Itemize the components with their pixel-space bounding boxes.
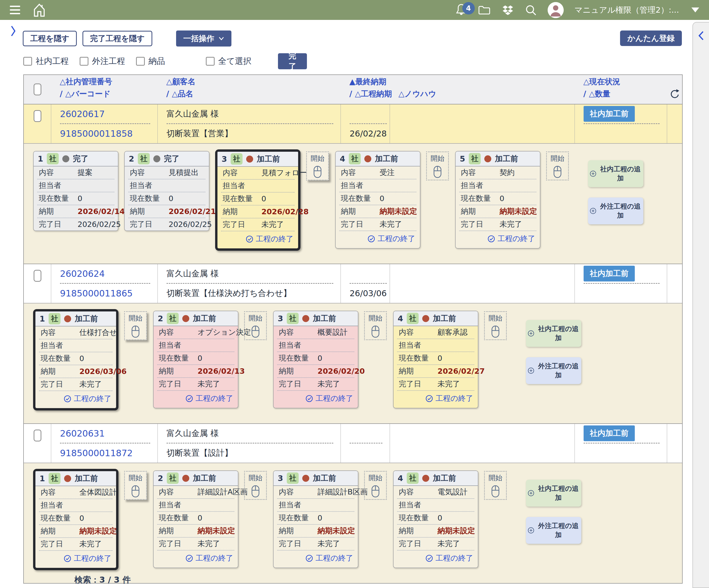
end-process-link[interactable]: 工程の終了 (185, 553, 233, 563)
sort-manage-no-0[interactable]: △社内管理番号 (60, 76, 157, 88)
start-button[interactable]: 開始 (124, 311, 147, 340)
card-field-value: 2026/03/06 (79, 367, 127, 376)
process-card[interactable]: 4社加工前内容電気設計担当者現在数量0納期納期未設定完了日未完了工程の終了 (393, 471, 478, 568)
home-icon[interactable] (32, 3, 46, 17)
sort-due-0[interactable]: ▲最終納期 (349, 76, 390, 88)
complete-button[interactable]: 完了 (278, 53, 307, 69)
row-checkbox[interactable] (34, 110, 42, 122)
caret-down-icon[interactable] (691, 7, 699, 12)
dropbox-icon[interactable] (502, 4, 514, 16)
start-button[interactable]: 開始 (546, 152, 569, 180)
menu-icon[interactable] (10, 6, 20, 14)
process-card[interactable]: 2社加工前内容オプション決定担当者現在数量0納期2026/02/13完了日未完了… (153, 311, 238, 408)
process-card[interactable]: 3社加工前内容見積フォロー担当者現在数量0納期2026/02/28完了日未完了工… (215, 150, 300, 251)
barcode-link[interactable]: 9185000011872 (60, 448, 133, 458)
card-footer: 工程の終了 (394, 551, 478, 568)
process-card[interactable]: 1社加工前内容仕様打合せ担当者現在数量0納期2026/03/06完了日未完了工程… (33, 309, 119, 410)
card-field-row: 現在数量0 (459, 192, 536, 205)
start-button[interactable]: 開始 (484, 471, 507, 500)
manage-no-link[interactable]: 26020617 (60, 109, 105, 119)
process-card[interactable]: 3社加工前内容概要設計担当者現在数量0納期2026/02/20完了日未完了工程の… (273, 311, 358, 408)
start-button[interactable]: 開始 (244, 471, 267, 500)
start-button[interactable]: 開始 (364, 311, 387, 340)
row-checkbox[interactable] (34, 430, 42, 442)
start-button[interactable]: 開始 (484, 311, 507, 340)
end-process-link[interactable]: 工程の終了 (305, 393, 353, 404)
card-status-label: 加工前 (313, 473, 336, 484)
collapse-right-panel-chevron[interactable] (698, 31, 704, 41)
barcode-link[interactable]: 9185000011865 (60, 288, 133, 298)
easy-register-button[interactable]: かんたん登録 (620, 30, 682, 46)
end-process-link[interactable]: 工程の終了 (367, 234, 415, 244)
process-card[interactable]: 4社加工前内容顧客承認担当者現在数量0納期2026/02/27完了日未完了工程の… (393, 311, 478, 408)
refresh-button[interactable] (669, 89, 680, 100)
process-card[interactable]: 1社加工前内容全体図設計担当者現在数量0納期納期未設定完了日未完了工程の終了 (33, 469, 119, 570)
card-field-row: 現在数量0 (39, 352, 112, 365)
manage-no-link[interactable]: 26020631 (60, 428, 105, 438)
process-card[interactable]: 3社加工前内容詳細設計B区画担当者現在数量0納期納期未設定完了日未完了工程の終了 (273, 471, 358, 568)
sort-status-1[interactable]: / △数量 (583, 88, 667, 100)
hide-process-button[interactable]: 工程を隠す (23, 31, 77, 46)
row-cell-due-top (349, 264, 387, 284)
filter-checkbox-external[interactable] (80, 57, 88, 65)
process-card[interactable]: 5社加工前内容契約担当者現在数量0納期納期未設定完了日未完了工程の終了 (455, 151, 541, 249)
process-card[interactable]: 2社加工前内容詳細設計A区画担当者現在数量0納期納期未設定完了日未完了工程の終了 (153, 471, 238, 568)
end-process-link[interactable]: 工程の終了 (63, 553, 111, 564)
filter-internal-process: 社内工程 (23, 56, 69, 67)
end-process-link[interactable]: 工程の終了 (488, 234, 535, 244)
notifications-button[interactable]: 4 (455, 3, 467, 17)
card-field-label: 完了日 (159, 379, 198, 389)
sort-manage-no-1[interactable]: / △バーコード (60, 88, 157, 100)
barcode-link[interactable]: 9185000011858 (60, 129, 133, 139)
search-icon[interactable] (525, 4, 537, 16)
check-circle-icon (185, 395, 193, 402)
sort-knowhow[interactable]: △ノウハウ (398, 88, 575, 100)
card-number: 4 (398, 474, 403, 483)
filter-checkbox-delivery[interactable] (136, 57, 145, 65)
add-external-process-button[interactable]: 外注工程の追加 (588, 197, 643, 224)
start-button[interactable]: 開始 (306, 152, 329, 180)
start-button[interactable]: 開始 (244, 311, 267, 340)
card-field-value: 0 (379, 194, 384, 203)
sort-status-0[interactable]: △現在状況 (583, 76, 667, 88)
sort-customer-0[interactable]: △顧客名 (166, 76, 341, 88)
end-process-link[interactable]: 工程の終了 (246, 234, 293, 244)
end-process-link[interactable]: 工程の終了 (425, 393, 473, 404)
filter-checkbox-internal[interactable] (23, 57, 32, 65)
add-internal-process-button[interactable]: 社内工程の追加 (588, 160, 643, 187)
user-role-label[interactable]: マニュアル権限（管理2）:... (575, 5, 679, 16)
expand-left-panel-chevron[interactable] (9, 25, 17, 37)
add-external-process-button[interactable]: 外注工程の追加 (526, 357, 581, 384)
sort-due-1[interactable]: / △工程納期 (349, 88, 390, 100)
end-process-link[interactable]: 工程の終了 (305, 553, 353, 563)
bulk-action-button[interactable]: 一括操作 (176, 30, 231, 47)
end-process-link[interactable]: 工程の終了 (63, 394, 111, 404)
hide-completed-process-button[interactable]: 完了工程を隠す (82, 31, 152, 46)
add-external-process-button[interactable]: 外注工程の追加 (526, 517, 581, 544)
row-checkbox[interactable] (34, 270, 42, 282)
start-button[interactable]: 開始 (124, 471, 147, 500)
manage-no-link[interactable]: 26020624 (60, 269, 105, 279)
folder-icon[interactable] (478, 5, 491, 16)
start-button[interactable]: 開始 (364, 471, 387, 500)
end-process-link[interactable]: 工程の終了 (425, 553, 473, 563)
end-process-link[interactable]: 工程の終了 (185, 393, 233, 404)
start-button[interactable]: 開始 (426, 152, 449, 180)
process-card[interactable]: 2社完了内容見積提出担当者現在数量0納期2026/02/21完了日2026/02… (124, 151, 209, 231)
add-internal-process-button[interactable]: 社内工程の追加 (526, 480, 581, 507)
card-field-value: 0 (317, 354, 322, 363)
action-toolbar: 工程を隠す 完了工程を隠す 一括操作 (23, 30, 231, 47)
avatar[interactable] (548, 2, 564, 18)
sort-customer-1[interactable]: / △品名 (166, 88, 341, 100)
card-footer: 工程の終了 (154, 391, 238, 408)
card-field-row: 完了日2026/02/25 (128, 218, 205, 231)
status-dot (302, 475, 309, 482)
select-all-checkbox[interactable] (206, 57, 215, 65)
row-cell-manage-no: 260206249185000011865 (51, 264, 157, 303)
status-dot (422, 315, 429, 322)
select-all-rows-checkbox[interactable] (34, 83, 42, 96)
process-card[interactable]: 4社加工前内容受注担当者現在数量0納期納期未設定完了日未完了工程の終了 (335, 151, 420, 249)
mouse-icon (491, 485, 500, 498)
add-internal-process-button[interactable]: 社内工程の追加 (526, 320, 581, 347)
process-card[interactable]: 1社完了内容提案担当者現在数量0納期2026/02/14完了日2026/02/2… (33, 151, 119, 231)
